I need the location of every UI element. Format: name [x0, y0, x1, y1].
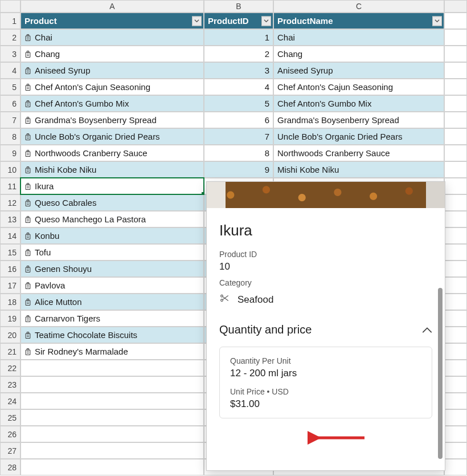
- cell-product[interactable]: [21, 409, 204, 426]
- cell-gutter[interactable]: [444, 294, 467, 310]
- row-header[interactable]: 12: [0, 194, 21, 211]
- cell-product[interactable]: Mishi Kobe Niku: [21, 161, 204, 178]
- row-header[interactable]: 4: [0, 62, 21, 79]
- row-header[interactable]: 25: [0, 409, 21, 426]
- cell-gutter[interactable]: [444, 145, 467, 161]
- row-header[interactable]: 19: [0, 310, 21, 327]
- cell-gutter[interactable]: [444, 46, 467, 62]
- row-header[interactable]: 24: [0, 393, 21, 409]
- column-header-b[interactable]: B: [204, 0, 273, 13]
- cell-productid[interactable]: 7: [204, 128, 273, 145]
- cell-product[interactable]: Sir Rodney's Marmalade: [21, 343, 204, 360]
- row-header[interactable]: 21: [0, 343, 21, 360]
- row-header[interactable]: 9: [0, 145, 21, 161]
- cell-product[interactable]: Chef Anton's Gumbo Mix: [21, 95, 204, 112]
- cell-gutter[interactable]: [444, 178, 467, 194]
- cell-gutter[interactable]: [444, 244, 467, 261]
- cell-product[interactable]: Queso Manchego La Pastora: [21, 211, 204, 227]
- cell-gutter[interactable]: [444, 79, 467, 95]
- cell-productid[interactable]: 9: [204, 161, 273, 178]
- cell-gutter[interactable]: [444, 327, 467, 343]
- cell-gutter[interactable]: [444, 426, 467, 442]
- row-header[interactable]: 6: [0, 95, 21, 112]
- row-header[interactable]: 7: [0, 112, 21, 128]
- cell-gutter[interactable]: [444, 211, 467, 227]
- cell-product[interactable]: Konbu: [21, 227, 204, 244]
- cell-gutter[interactable]: [444, 393, 467, 409]
- cell-product[interactable]: [21, 360, 204, 376]
- cell-gutter[interactable]: [444, 376, 467, 393]
- card-scrollbar-thumb[interactable]: [438, 288, 443, 459]
- row-header[interactable]: 16: [0, 261, 21, 277]
- header-productid[interactable]: ProductID: [204, 13, 273, 29]
- cell-gutter[interactable]: [444, 128, 467, 145]
- row-header[interactable]: 22: [0, 360, 21, 376]
- row-header[interactable]: 2: [0, 29, 21, 46]
- cell-product[interactable]: Teatime Chocolate Biscuits: [21, 327, 204, 343]
- cell-product[interactable]: Pavlova: [21, 277, 204, 294]
- cell-productid[interactable]: 3: [204, 62, 273, 79]
- cell-gutter[interactable]: [444, 310, 467, 327]
- cell-product[interactable]: Tofu: [21, 244, 204, 261]
- cell-productid[interactable]: 8: [204, 145, 273, 161]
- cell-gutter[interactable]: [444, 409, 467, 426]
- row-header[interactable]: 13: [0, 211, 21, 227]
- cell-product[interactable]: [21, 376, 204, 393]
- cell-product[interactable]: Queso Cabrales: [21, 194, 204, 211]
- cell-productname[interactable]: Northwoods Cranberry Sauce: [273, 145, 444, 161]
- row-header[interactable]: 26: [0, 426, 21, 442]
- row-header[interactable]: 8: [0, 128, 21, 145]
- cell-gutter[interactable]: [444, 112, 467, 128]
- cell-product[interactable]: Genen Shouyu: [21, 261, 204, 277]
- cell-gutter[interactable]: [444, 95, 467, 112]
- row-header[interactable]: 11: [0, 178, 21, 194]
- row-header[interactable]: 5: [0, 79, 21, 95]
- select-all-corner[interactable]: [0, 0, 21, 13]
- row-header[interactable]: 20: [0, 327, 21, 343]
- cell-productid[interactable]: 6: [204, 112, 273, 128]
- cell-gutter[interactable]: [444, 459, 467, 475]
- chevron-up-icon[interactable]: [422, 323, 432, 336]
- cell-gutter[interactable]: [444, 360, 467, 376]
- cell-productname[interactable]: Chef Anton's Cajun Seasoning: [273, 79, 444, 95]
- cell-productid[interactable]: 2: [204, 46, 273, 62]
- cell-productname[interactable]: Chef Anton's Gumbo Mix: [273, 95, 444, 112]
- filter-dropdown-button[interactable]: [432, 16, 442, 26]
- cell-productid[interactable]: 1: [204, 29, 273, 46]
- cell-gutter[interactable]: [444, 261, 467, 277]
- cell-product[interactable]: Northwoods Cranberry Sauce: [21, 145, 204, 161]
- cell-gutter[interactable]: [444, 227, 467, 244]
- cell-productname[interactable]: Uncle Bob's Organic Dried Pears: [273, 128, 444, 145]
- cell-gutter[interactable]: [444, 62, 467, 79]
- cell-product[interactable]: Chef Anton's Cajun Seasoning: [21, 79, 204, 95]
- cell-productid[interactable]: 5: [204, 95, 273, 112]
- cell-productname[interactable]: Mishi Kobe Niku: [273, 161, 444, 178]
- cell-product[interactable]: Uncle Bob's Organic Dried Pears: [21, 128, 204, 145]
- row-header[interactable]: 27: [0, 442, 21, 459]
- cell-gutter[interactable]: [444, 13, 467, 29]
- cell-productname[interactable]: Chai: [273, 29, 444, 46]
- cell-productname[interactable]: Grandma's Boysenberry Spread: [273, 112, 444, 128]
- row-header[interactable]: 1: [0, 13, 21, 29]
- cell-product[interactable]: Chang: [21, 46, 204, 62]
- cell-gutter[interactable]: [444, 343, 467, 360]
- cell-productid[interactable]: 4: [204, 79, 273, 95]
- cell-productname[interactable]: Aniseed Syrup: [273, 62, 444, 79]
- cell-product[interactable]: [21, 459, 204, 475]
- cell-product[interactable]: [21, 393, 204, 409]
- cell-gutter[interactable]: [444, 442, 467, 459]
- column-header-a[interactable]: A: [21, 0, 204, 13]
- row-header[interactable]: 28: [0, 459, 21, 475]
- cell-gutter[interactable]: [444, 29, 467, 46]
- cell-productname[interactable]: Chang: [273, 46, 444, 62]
- card-scrollbar[interactable]: [438, 208, 443, 467]
- cell-product[interactable]: Aniseed Syrup: [21, 62, 204, 79]
- filter-dropdown-button[interactable]: [261, 16, 271, 26]
- row-header[interactable]: 10: [0, 161, 21, 178]
- cell-product[interactable]: Ikura: [21, 178, 204, 194]
- cell-product[interactable]: [21, 442, 204, 459]
- row-header[interactable]: 15: [0, 244, 21, 261]
- row-header[interactable]: 18: [0, 294, 21, 310]
- header-product[interactable]: Product: [21, 13, 204, 29]
- cell-gutter[interactable]: [444, 277, 467, 294]
